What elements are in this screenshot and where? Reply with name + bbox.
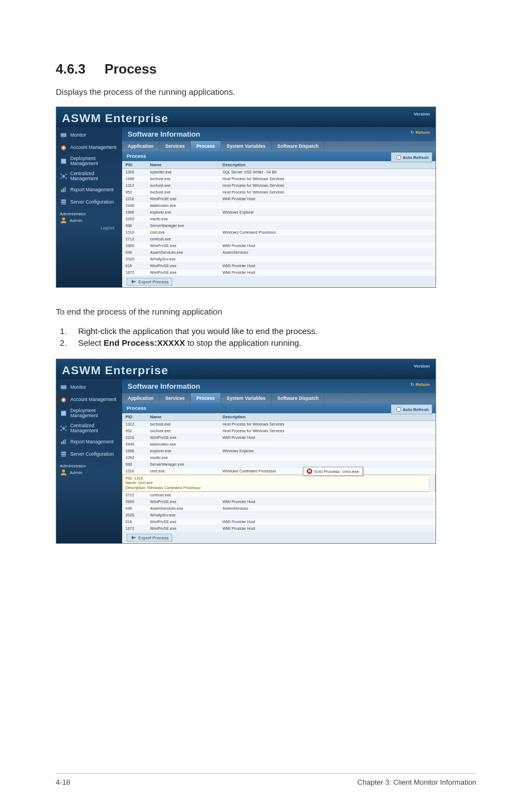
panel-bar: Process Auto Refresh [122,403,436,413]
tab-software-dispatch[interactable]: Software Dispatch [272,393,325,403]
sidebar-item-label: Deployment Management [70,156,119,167]
gear-icon [60,144,67,152]
sidebar-item-account[interactable]: Account Management [56,142,122,154]
cell-description: WMI Provider Host [219,196,436,202]
cell-name: explorer.exe [147,448,219,454]
table-row[interactable]: 1312svchost.exeHost Process for Windows … [122,421,436,428]
report-icon [60,438,67,446]
table-row[interactable]: 2712conhost.exe [122,236,436,243]
tab-application[interactable]: Application [122,393,159,403]
cell-description: Host Process for Windows Services [219,428,436,434]
column-header-name[interactable]: Name [147,161,219,168]
table-row[interactable]: 952svchost.exeHost Process for Windows S… [122,428,436,434]
step-2: Select End Process:XXXXX to stop the app… [69,338,476,347]
sidebar-item-centralized[interactable]: Centralized Management [56,169,122,184]
section-title-text: Process [104,61,156,76]
tab-software-dispatch[interactable]: Software Dispatch [272,141,325,151]
sidebar-item-server[interactable]: Server Configuration [56,196,122,208]
export-process-button[interactable]: Export Process [127,534,172,542]
table-row[interactable]: 1872WmiPrvSE.exeWMI Provider Host [122,525,436,532]
table-row[interactable]: 1896explorer.exeWindows Explorer [122,448,436,455]
table-row[interactable]: 2216WmiPrvSE.exeWMI Provider Host [122,196,436,202]
cell-name: WmiApSrv.exe [147,512,219,518]
cell-pid: 980 [122,223,147,229]
context-menu-item[interactable]: End Process: cmd.exe [315,469,359,474]
sidebar-item-monitor[interactable]: Monitor [56,129,122,142]
table-row[interactable]: 616WmiPrvSE.exeWMI Provider Host [122,263,436,269]
tab-process[interactable]: Process [191,393,221,403]
table-row[interactable]: 952svchost.exeHost Process for Windows S… [122,189,436,196]
sidebar-item-deployment[interactable]: Deployment Management [56,154,122,169]
cell-pid: 2216 [122,434,147,441]
version-link[interactable]: Version [414,112,430,117]
cell-description: Host Process for Windows Services [219,182,436,189]
sidebar-item-account[interactable]: Account Management [56,394,122,406]
table-row[interactable]: 2860WmiPrvSE.exeWMI Provider Host [122,499,436,505]
table-row[interactable]: 1360sqlwriter.exeSQL Server VSS Writer -… [122,169,436,176]
svg-rect-21 [61,411,66,416]
tab-system-variables[interactable]: System Variables [221,141,272,151]
table-row[interactable]: 2216WmiPrvSE.exeWMI Provider Host [122,434,436,441]
cell-description: Windows Command Processor [219,229,436,235]
sidebar-item-deployment[interactable]: Deployment Management [56,406,122,421]
tab-services[interactable]: Services [159,393,191,403]
table-row[interactable]: 1316cmd.exeWindows Command Processor✖End… [122,468,436,475]
column-header-pid[interactable]: PID [122,413,147,421]
auto-refresh-checkbox[interactable] [396,155,401,160]
column-header-name[interactable]: Name [147,413,219,421]
context-menu[interactable]: ✖End Process: cmd.exe [303,467,363,476]
main-title-bar: Software Information Return [122,127,436,141]
table-row[interactable]: 2520WmiApSrv.exe [122,512,436,519]
return-link[interactable]: Return [410,130,430,135]
table-row[interactable]: 2860WmiPrvSE.exeWMI Provider Host [122,243,436,249]
auto-refresh-toggle[interactable]: Auto Refresh [391,404,432,414]
tab-system-variables[interactable]: System Variables [221,393,272,403]
table-row[interactable]: 1408svchost.exeHost Process for Windows … [122,176,436,182]
table-row[interactable]: 2520WmiApSrv.exe [122,256,436,263]
sidebar-item-report[interactable]: Report Management [56,183,122,196]
sidebar-item-monitor[interactable]: Monitor [56,381,122,394]
table-row[interactable]: 640AswmServices.exeAswmServices [122,249,436,256]
tab-process[interactable]: Process [191,141,221,151]
column-header-pid[interactable]: PID [122,161,147,168]
table-row[interactable]: 1872WmiPrvSE.exeWMI Provider Host [122,269,436,276]
version-link[interactable]: Version [414,364,430,369]
footer-bar: Export Process [122,532,436,543]
table-row[interactable]: 2712conhost.exe [122,492,436,499]
cell-description [219,455,436,461]
svg-point-5 [62,175,65,177]
screenshot-2: ASWM Enterprise Version Monitor Account … [56,359,436,544]
auto-refresh-checkbox[interactable] [396,407,401,412]
tab-services[interactable]: Services [159,141,191,151]
table-row[interactable]: 2292msdtc.exe [122,216,436,223]
return-link[interactable]: Return [410,382,430,387]
auto-refresh-label: Auto Refresh [403,155,429,160]
table-row[interactable]: 2440taskhostex.exe [122,202,436,209]
tab-application[interactable]: Application [122,141,159,151]
table-row[interactable]: 616WmiPrvSE.exeWMI Provider Host [122,519,436,525]
sidebar-item-server[interactable]: Server Configuration [56,448,122,460]
export-process-button[interactable]: Export Process [127,278,172,286]
table-row[interactable]: 1316cmd.exeWindows Command Processor [122,229,436,236]
sidebar-item-report[interactable]: Report Management [56,436,122,448]
table-row[interactable]: 980ServerManager.exe [122,461,436,468]
auto-refresh-toggle[interactable]: Auto Refresh [391,152,432,162]
table-row[interactable]: 2292msdtc.exe [122,455,436,461]
cell-name: taskhostex.exe [147,441,219,447]
cell-description: Windows Explorer [219,209,436,215]
cell-name: msdtc.exe [147,455,219,461]
cell-pid: 2520 [122,256,147,262]
cell-pid: 1360 [122,169,147,175]
svg-rect-15 [61,204,66,205]
table-row[interactable]: 1896explorer.exeWindows Explorer [122,209,436,216]
cell-pid: 2216 [122,196,147,202]
svg-point-16 [62,218,65,220]
logout-link[interactable]: LogOut [60,224,119,230]
table-row[interactable]: 980ServerManager.exe [122,223,436,229]
cell-name: svchost.exe [147,428,219,434]
table-row[interactable]: 1312svchost.exeHost Process for Windows … [122,182,436,189]
table-row[interactable]: 640AswmServices.exeAswmServices [122,505,436,512]
sidebar-item-centralized[interactable]: Centralized Management [56,421,122,436]
cell-description: WMI Provider Host [219,263,436,269]
table-row[interactable]: 2440taskhostex.exe [122,441,436,448]
